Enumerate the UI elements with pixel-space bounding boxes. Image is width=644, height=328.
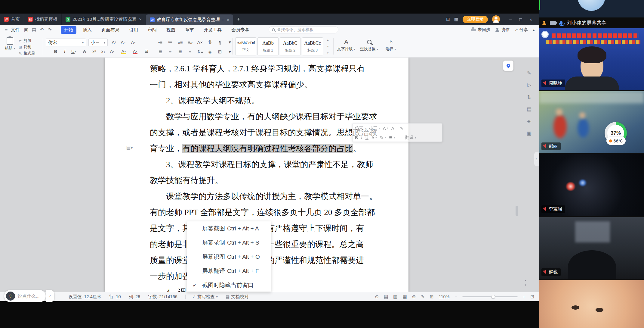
- tab-docer-templates[interactable]: 稻 找稻壳模板: [24, 14, 62, 25]
- format-painter-button[interactable]: ✎ 格式刷: [19, 51, 35, 56]
- eye-icon[interactable]: ⊙: [375, 294, 379, 299]
- participant-tile[interactable]: 阎晓静: [539, 28, 644, 90]
- shading-icon[interactable]: ◈: [206, 48, 214, 55]
- bullet-list-icon[interactable]: •≡: [156, 39, 164, 46]
- style-normal[interactable]: AaBbCcDd 正文: [235, 37, 256, 55]
- select-button[interactable]: ➢ 选择 ▾: [383, 37, 399, 52]
- clear-format-icon[interactable]: A×: [196, 39, 204, 46]
- mini-list-button[interactable]: ≣▾: [389, 135, 395, 140]
- character-border-icon[interactable]: ⊟: [143, 48, 150, 55]
- pen-tool-icon[interactable]: ✎: [527, 70, 531, 76]
- share-button[interactable]: ↗ 分享: [514, 27, 528, 33]
- subscript-button[interactable]: x₂: [99, 48, 107, 55]
- spell-check-button[interactable]: ✓ 拼写检查 ▾: [192, 294, 218, 300]
- tab-active-document[interactable]: W 教育厅专家组反馈意见录音整理 □ ×: [146, 14, 233, 25]
- save-icon[interactable]: ▣: [22, 27, 30, 33]
- zoom-slider[interactable]: [462, 296, 518, 297]
- align-center-icon[interactable]: ≡: [166, 48, 174, 55]
- hamburger-menu-icon[interactable]: ≡: [2, 27, 10, 33]
- mini-font-color-button[interactable]: A▾: [371, 135, 377, 140]
- globe-icon[interactable]: ⊕: [412, 294, 416, 299]
- strikethrough-button[interactable]: A: [81, 48, 88, 55]
- mini-highlight-button[interactable]: ✎▾: [380, 135, 386, 140]
- mini-underline-button[interactable]: U: [365, 135, 368, 140]
- zoom-level[interactable]: 110%: [439, 294, 449, 299]
- shrink-font-button[interactable]: A−: [119, 39, 127, 46]
- style-heading2[interactable]: AaBbC 标题 2: [280, 37, 301, 55]
- cut-button[interactable]: ✂ 剪切: [19, 38, 31, 43]
- menu-item-screen-ocr[interactable]: 屏幕识图 Ctrl + Alt + O: [187, 250, 271, 264]
- minimize-button[interactable]: ─: [505, 17, 516, 22]
- sync-status[interactable]: 未同步: [471, 27, 490, 33]
- more-format-icon[interactable]: ▾: [226, 48, 234, 55]
- edit-mode-icon[interactable]: ✎: [421, 294, 425, 299]
- next-page-icon[interactable]: ▾: [525, 283, 526, 286]
- previous-page-icon[interactable]: ▴: [525, 279, 526, 282]
- ribbon-tab-dev-tools[interactable]: 开发工具: [200, 26, 225, 34]
- maximize-button[interactable]: □: [516, 17, 526, 22]
- web-view-icon[interactable]: ▥: [393, 294, 397, 299]
- locate-button[interactable]: [503, 61, 513, 71]
- emoji-icon[interactable]: ☺: [6, 292, 15, 301]
- bookmark-tool-icon[interactable]: ◈: [527, 118, 531, 124]
- decrease-indent-icon[interactable]: «≡: [176, 39, 184, 46]
- close-tab-icon[interactable]: ×: [227, 17, 229, 22]
- close-tab-icon[interactable]: ×: [139, 17, 142, 22]
- zoom-in-button[interactable]: +: [523, 294, 525, 299]
- undo-icon[interactable]: ↶: [38, 27, 46, 33]
- ribbon-tab-page-layout[interactable]: 页面布局: [98, 26, 123, 34]
- ribbon-tab-review[interactable]: 审阅: [144, 26, 160, 34]
- window-split-icon[interactable]: ⊡: [446, 17, 450, 22]
- mini-bold-button[interactable]: B: [355, 135, 358, 140]
- bold-button[interactable]: B: [52, 48, 60, 55]
- sort-icon[interactable]: ⇅: [206, 39, 214, 46]
- phonetic-guide-button[interactable]: A▾: [108, 48, 116, 55]
- close-button[interactable]: ×: [526, 17, 536, 22]
- mini-translate-button[interactable]: 翻译▾: [405, 135, 416, 140]
- scroll-down-icon[interactable]: ▾: [327, 45, 329, 48]
- mini-font-name-dropdown[interactable]: 仿宋▾: [355, 126, 366, 131]
- ribbon-tab-view[interactable]: 视图: [163, 26, 179, 34]
- numbered-list-icon[interactable]: ≔: [166, 39, 174, 46]
- zoom-slider-knob[interactable]: [491, 295, 495, 299]
- redo-icon[interactable]: ↷: [46, 27, 54, 33]
- text-effects-button[interactable]: A▾: [129, 39, 137, 46]
- menu-item-screen-capture[interactable]: 屏幕截图 Ctrl + Alt + A: [187, 221, 271, 236]
- menu-item-screen-translate[interactable]: 屏幕翻译 Ctrl + Alt + F: [187, 264, 271, 278]
- find-replace-button[interactable]: 查找替换 ▾: [359, 37, 379, 52]
- tab-pin-icon[interactable]: □: [222, 18, 224, 22]
- mini-italic-button[interactable]: I: [361, 135, 362, 140]
- participant-tile-partial[interactable]: [539, 0, 644, 17]
- word-count[interactable]: 字数: 21/14166: [148, 294, 177, 300]
- print-icon[interactable]: ▤: [30, 27, 38, 33]
- mini-format-painter-icon[interactable]: ✎: [400, 126, 403, 131]
- justify-icon[interactable]: ≡: [186, 48, 194, 55]
- underline-button[interactable]: U▾: [70, 48, 78, 55]
- highlight-color-button[interactable]: A▾: [120, 48, 128, 55]
- scroll-up-icon[interactable]: ▴: [327, 38, 329, 41]
- collapse-ribbon-icon[interactable]: ▴: [533, 27, 535, 32]
- collaborate-button[interactable]: 协作: [495, 27, 510, 33]
- outline-view-icon[interactable]: ▦: [403, 294, 407, 299]
- style-heading1[interactable]: AaBb 标题 1: [257, 37, 279, 55]
- file-menu[interactable]: 文件: [11, 27, 20, 33]
- menu-item-screen-record[interactable]: 屏幕录制 Ctrl + Alt + S: [187, 236, 271, 250]
- reader-tool-icon[interactable]: ▣: [527, 130, 532, 136]
- ribbon-tab-home[interactable]: 开始: [61, 26, 76, 34]
- ribbon-tab-member[interactable]: 会员专享: [228, 26, 253, 34]
- new-tab-button[interactable]: +: [233, 14, 244, 25]
- superscript-button[interactable]: x²: [90, 48, 98, 55]
- paste-button[interactable]: 粘贴 ▾: [3, 37, 17, 51]
- page-view-icon[interactable]: ▤: [384, 294, 388, 299]
- login-button[interactable]: 立即登录: [463, 16, 488, 23]
- line-spacing-icon[interactable]: ⇕≡: [196, 48, 204, 55]
- chat-collapse-button[interactable]: ‹: [46, 290, 54, 302]
- avatar[interactable]: [492, 15, 500, 23]
- tab-spreadsheet[interactable]: S 2021年10月...教研室设置情况表 ×: [62, 14, 146, 25]
- gallery-more-icon[interactable]: ▾: [327, 52, 329, 55]
- zoom-out-button[interactable]: −: [454, 294, 457, 299]
- apps-grid-icon[interactable]: ▦: [454, 17, 458, 22]
- menu-item-hide-window[interactable]: ✓ 截图时隐藏当前窗口: [187, 278, 271, 292]
- ribbon-tab-insert[interactable]: 插入: [79, 26, 95, 34]
- mini-shrink-font-button[interactable]: A−: [391, 126, 397, 131]
